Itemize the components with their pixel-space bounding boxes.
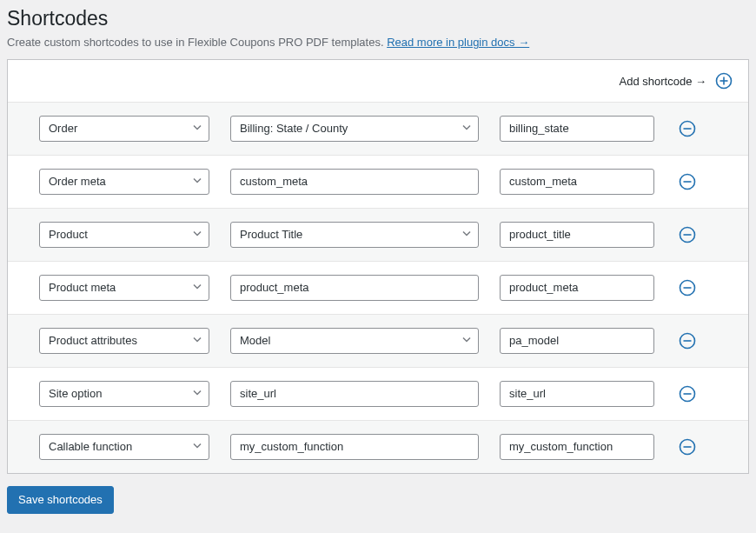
type-select[interactable]: Product	[39, 222, 209, 248]
value-input[interactable]: product_meta	[500, 275, 654, 301]
field-input-wrap: product_meta	[230, 275, 479, 301]
type-select-wrap: Order meta	[39, 169, 209, 195]
type-select-wrap: Product attributes	[39, 328, 209, 354]
type-select[interactable]: Product meta	[39, 275, 209, 301]
value-input[interactable]: custom_meta	[500, 169, 654, 195]
shortcode-row: Product Product Title product_title	[8, 209, 748, 262]
shortcode-row: Site option site_url site_url	[8, 368, 748, 421]
value-input[interactable]: site_url	[500, 381, 654, 407]
remove-shortcode-icon[interactable]	[679, 438, 696, 456]
type-select-wrap: Site option	[39, 381, 209, 407]
type-select-wrap: Callable function	[39, 434, 209, 460]
type-select-wrap: Product	[39, 222, 209, 248]
field-select-wrap: Model	[230, 328, 479, 354]
remove-shortcode-icon[interactable]	[679, 173, 696, 190]
shortcodes-panel: Add shortcode → Order Billing: State / C…	[7, 59, 749, 474]
value-input-wrap: product_meta	[500, 275, 654, 301]
shortcode-row: Product attributes Model pa_model	[8, 315, 748, 368]
add-shortcode-label: Add shortcode →	[620, 75, 706, 88]
type-select-wrap: Product meta	[39, 275, 209, 301]
value-input-wrap: billing_state	[500, 116, 654, 142]
field-select[interactable]: Product Title	[230, 222, 479, 248]
remove-shortcode-icon[interactable]	[679, 226, 696, 243]
value-input[interactable]: pa_model	[500, 328, 654, 354]
page-description-text: Create custom shortcodes to use in Flexi…	[7, 36, 387, 49]
remove-shortcode-icon[interactable]	[679, 279, 696, 296]
add-shortcode-bar: Add shortcode →	[8, 60, 748, 103]
value-input[interactable]: product_title	[500, 222, 654, 248]
page-description: Create custom shortcodes to use in Flexi…	[7, 36, 749, 49]
field-input[interactable]: product_meta	[230, 275, 479, 301]
field-input-wrap: my_custom_function	[230, 434, 479, 460]
field-input[interactable]: site_url	[230, 381, 479, 407]
value-input[interactable]: my_custom_function	[500, 434, 654, 460]
value-input-wrap: pa_model	[500, 328, 654, 354]
value-input-wrap: custom_meta	[500, 169, 654, 195]
type-select[interactable]: Site option	[39, 381, 209, 407]
field-select[interactable]: Billing: State / County	[230, 116, 479, 142]
type-select-wrap: Order	[39, 116, 209, 142]
add-shortcode-icon[interactable]	[715, 72, 733, 90]
field-input[interactable]: custom_meta	[230, 169, 479, 195]
value-input[interactable]: billing_state	[500, 116, 654, 142]
type-select[interactable]: Callable function	[39, 434, 209, 460]
field-select[interactable]: Model	[230, 328, 479, 354]
field-input-wrap: custom_meta	[230, 169, 479, 195]
shortcode-row: Order meta custom_meta custom_meta	[8, 156, 748, 209]
field-input-wrap: site_url	[230, 381, 479, 407]
shortcode-row: Product meta product_meta product_meta	[8, 262, 748, 315]
value-input-wrap: product_title	[500, 222, 654, 248]
field-select-wrap: Billing: State / County	[230, 116, 479, 142]
value-input-wrap: my_custom_function	[500, 434, 654, 460]
value-input-wrap: site_url	[500, 381, 654, 407]
type-select[interactable]: Product attributes	[39, 328, 209, 354]
field-input[interactable]: my_custom_function	[230, 434, 479, 460]
save-button[interactable]: Save shortcodes	[7, 486, 114, 514]
remove-shortcode-icon[interactable]	[679, 385, 696, 403]
shortcode-row: Callable function my_custom_function my_…	[8, 421, 748, 473]
field-select-wrap: Product Title	[230, 222, 479, 248]
type-select[interactable]: Order	[39, 116, 209, 142]
shortcode-row: Order Billing: State / County billing_st…	[8, 103, 748, 156]
remove-shortcode-icon[interactable]	[679, 332, 696, 350]
page-title: Shortcodes	[7, 7, 749, 30]
type-select[interactable]: Order meta	[39, 169, 209, 195]
docs-link[interactable]: Read more in plugin docs →	[387, 36, 529, 49]
remove-shortcode-icon[interactable]	[679, 120, 696, 137]
